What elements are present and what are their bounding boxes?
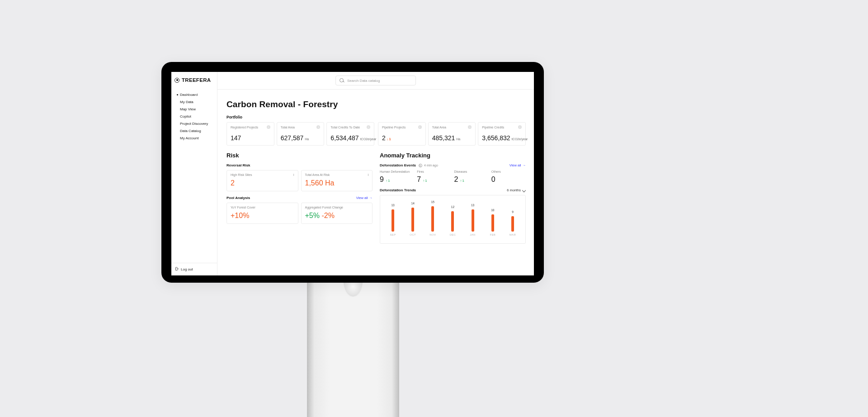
kpi-label: Pipeline Credits [482,126,504,129]
chart-bar-label: 15 [431,200,434,204]
app: TREEFERA Dashboard My Data Map View Copi… [171,72,534,275]
anomaly-panel: Anomaly Tracking Deforestation Events 4 … [380,152,526,244]
chart-bars: 1314151213109 [384,200,522,232]
nav-item-dashboard[interactable]: Dashboard [177,93,213,97]
logout-icon [175,267,179,272]
chart-bar-label: 13 [391,204,394,207]
arrow-right-icon: → [523,163,526,167]
card-label: YoY Forest Cover [231,206,255,209]
search-input[interactable] [346,78,412,83]
info-icon[interactable]: i [267,125,270,129]
sidebar: TREEFERA Dashboard My Data Map View Copi… [171,72,217,275]
kpi-total-credits: Total Credits To Datei 6,534,487tCO2e/ye… [326,122,374,146]
nav-item-data-catalog[interactable]: Data Catalog [177,129,213,133]
chart-axis-label: OCT [406,233,419,236]
chart-axis-label: JAN [467,233,479,236]
tile-label: Fires [417,170,451,173]
card-yoy-forest-cover: YoY Forest Cover +10% [226,203,298,224]
risk-title: Risk [226,152,373,159]
tile-others: Others 0 [491,170,526,184]
info-icon[interactable]: i [367,125,370,129]
deforestation-events-title: Deforestation Events [380,163,416,167]
kpi-value: 627,587 [281,134,304,142]
kpi-pipeline-projects: Pipeline Projectsi 21 [378,122,426,146]
nav-label: Map View [180,107,196,111]
tile-fires: Fires 7 1 [417,170,451,184]
card-value: +10% [231,212,294,220]
card-label: Total Area At Risk [305,173,330,176]
info-icon[interactable]: i [316,125,320,129]
chart-axis: SEPOCTNOVDECJANFEBMAR [384,232,522,236]
nav: Dashboard My Data Map View Copilot Proje… [171,88,217,143]
trends-chart: 1314151213109 SEPOCTNOVDECJANFEBMAR [380,195,526,244]
tile-delta: 1 [460,179,464,183]
kpi-pipeline-credits: Pipeline Creditsi 3,656,832tCO2e/year [478,122,526,146]
chart-axis-label: MAR [506,233,519,236]
nav-item-copilot[interactable]: Copilot [177,114,213,118]
kpi-label: Pipeline Projects [382,126,406,129]
kpi-delta: 1 [387,137,391,141]
nav-label: Dashboard [180,93,198,97]
chart-axis-label: DEC [446,233,459,236]
chart-bar-rect [491,214,494,232]
kpi-unit: Ha [456,137,460,141]
chart-bar-rect [411,208,414,232]
nav-item-map-view[interactable]: Map View [177,107,213,111]
tile-label: Diseases [454,170,489,173]
portfolio-registered-group: Registered Projectsi 147 Total Areai 627… [226,122,374,146]
card-value: 2 [231,179,294,187]
history-icon [419,164,422,167]
info-icon[interactable]: i [368,173,368,176]
tile-value: 2 1 [454,175,489,184]
tile-label: Others [491,170,526,173]
info-icon[interactable]: i [293,173,294,176]
chart-bar: 13 [467,204,479,232]
info-icon[interactable]: i [468,125,472,129]
events-view-all-link[interactable]: View all→ [509,163,526,167]
chart-bar: 15 [426,200,439,232]
chart-bar-label: 14 [411,202,415,205]
nav-item-project-discovery[interactable]: Project Discovery [177,122,213,126]
trends-range-dropdown[interactable]: 6 months [507,188,526,192]
chart-bar: 9 [506,210,519,232]
chart-bar-rect [431,206,434,232]
pool-view-all-link[interactable]: View all→ [356,196,373,200]
search-icon [340,78,344,83]
kpi-unit: Ha [305,137,309,141]
deforestation-trends-title: Deforestation Trends [380,188,416,192]
nav-label: My Data [180,100,193,104]
nav-item-my-data[interactable]: My Data [177,100,213,104]
logout-button[interactable]: Log out [171,263,217,275]
kpi-total-area: Total Areai 627,587Ha [277,122,325,146]
arrow-right-icon: → [369,196,373,200]
kpi-unit: tCO2e/year [512,137,528,141]
events-ago: 4 min ago [419,164,438,167]
chart-axis-label: SEP [387,233,399,236]
card-value: 1,560 Ha [305,179,369,187]
chart-bar: 13 [387,204,399,232]
card-label: Aggregated Forest Change [305,206,343,209]
kpi-pipeline-total-area: Total Areai 485,321Ha [428,122,476,146]
search-box[interactable] [335,76,416,85]
nav-label: Data Catalog [180,129,201,133]
brand[interactable]: TREEFERA [171,72,217,88]
tile-value: 0 [491,175,526,184]
portfolio-section: Portfolio Registered Projectsi 147 Total… [226,115,526,146]
nav-item-my-account[interactable]: My Account [177,136,213,140]
info-icon[interactable]: i [418,125,422,129]
anomaly-title: Anomaly Tracking [380,152,526,159]
card-value: +5% -2% [305,212,369,220]
active-dot-icon [177,94,178,95]
chart-bar: 10 [486,208,499,232]
kpi-value: 6,534,487 [330,134,359,142]
portfolio-title: Portfolio [226,115,526,119]
info-icon[interactable]: i [518,125,522,129]
nav-label: Project Discovery [180,122,208,126]
card-high-risk-sites: High Risk Sitesi 2 [226,170,298,191]
brand-name: TREEFERA [182,77,211,83]
chart-bar-label: 12 [451,205,454,208]
card-total-area-at-risk: Total Area At Riski 1,560 Ha [301,170,373,191]
tile-delta: 1 [423,179,427,183]
chart-axis-label: FEB [486,233,499,236]
pool-analysis-title: Pool Analysis [226,196,250,200]
